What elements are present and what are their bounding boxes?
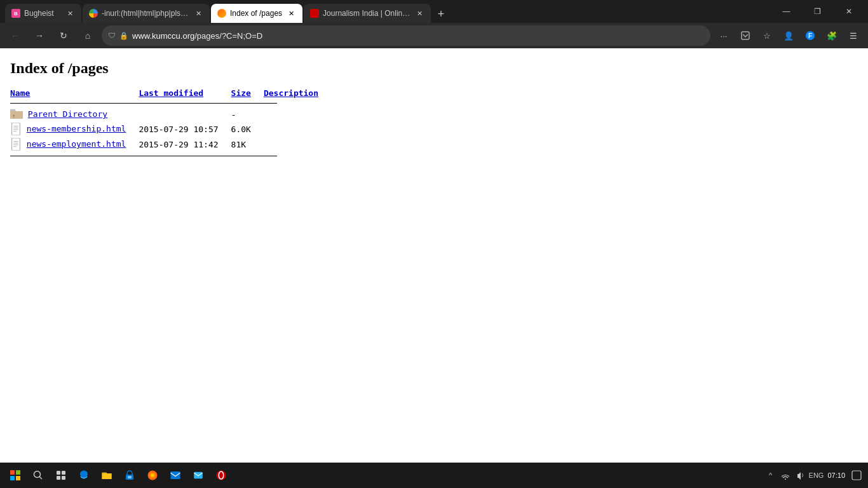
page-title: Index of /pages xyxy=(10,60,858,77)
more-button[interactable]: ··· xyxy=(714,26,733,45)
address-domain: www.kumccu.org xyxy=(132,31,194,41)
svg-line-17 xyxy=(39,477,42,479)
svg-rect-23 xyxy=(128,476,132,478)
language-text: ENG xyxy=(809,471,824,479)
parent-dir-modified xyxy=(139,107,231,121)
tab-title-google: -inurl:(html|html|php|pls|txt) in... xyxy=(102,9,189,18)
parent-dir-cell: ↑ Parent Directory xyxy=(10,107,139,121)
sort-desc-link[interactable]: Description xyxy=(264,88,318,98)
col-header-name: Name xyxy=(10,87,139,99)
system-tray: ^ ENG xyxy=(764,469,822,482)
header-hr xyxy=(10,103,277,104)
extensions-icon[interactable]: 🧩 xyxy=(822,26,841,45)
file2-modified: 2015-07-29 11:42 xyxy=(139,137,231,152)
time-display: 07:10 xyxy=(827,471,845,480)
notification-icon[interactable] xyxy=(850,469,863,482)
document-icon xyxy=(10,123,22,135)
shield-icon: 🛡 xyxy=(108,31,116,40)
page-content: Index of /pages Name Last modified Size … xyxy=(0,48,868,463)
parent-directory-link[interactable]: Parent Directory xyxy=(28,109,107,119)
taskbar-outlook[interactable] xyxy=(165,465,186,485)
journalism-favicon xyxy=(310,9,319,18)
tab-bugheist[interactable]: B Bugheist ✕ xyxy=(5,4,81,23)
table-row: news-membership.html 2015-07-29 10:57 6.… xyxy=(10,121,331,137)
tab-close-bugheist[interactable]: ✕ xyxy=(65,8,75,18)
new-tab-button[interactable]: + xyxy=(432,5,450,23)
tab-title-bugheist: Bugheist xyxy=(24,9,61,18)
user-account-icon[interactable]: 👤 xyxy=(779,26,798,45)
tab-title-index: Index of /pages xyxy=(230,9,282,18)
document-icon xyxy=(10,138,22,151)
svg-rect-27 xyxy=(171,471,180,479)
tab-close-google[interactable]: ✕ xyxy=(193,8,203,18)
address-bar[interactable]: 🛡 🔒 www.kumccu.org/pages/?C=N;O=D xyxy=(102,25,710,46)
volume-icon[interactable] xyxy=(794,469,807,482)
tab-google[interactable]: -inurl:(html|html|php|pls|txt) in... ✕ xyxy=(83,4,210,23)
network-icon[interactable] xyxy=(779,469,792,482)
svg-rect-21 xyxy=(62,476,65,480)
svg-rect-32 xyxy=(852,471,861,480)
back-button[interactable]: ← xyxy=(5,25,25,46)
tabs-container: B Bugheist ✕ -inurl:(html|html|php|pls|t… xyxy=(5,0,767,23)
language-indicator[interactable]: ENG xyxy=(810,469,822,482)
minimize-button[interactable]: — xyxy=(772,0,801,23)
sort-name-link[interactable]: Name xyxy=(10,88,30,98)
svg-rect-11 xyxy=(12,138,20,151)
taskbar-firefox[interactable] xyxy=(142,465,163,485)
taskbar: ^ ENG xyxy=(0,463,868,488)
tab-close-index[interactable]: ✕ xyxy=(286,8,296,18)
table-row: news-employment.html 2015-07-29 11:42 81… xyxy=(10,137,331,152)
parent-dir-desc xyxy=(264,107,331,121)
sort-size-link[interactable]: Size xyxy=(231,88,251,98)
tab-close-journalism[interactable]: ✕ xyxy=(414,8,424,18)
file1-link[interactable]: news-membership.html xyxy=(27,124,126,133)
taskbar-search[interactable] xyxy=(28,465,48,485)
reload-button[interactable]: ↻ xyxy=(53,25,74,46)
svg-text:↑: ↑ xyxy=(12,112,15,119)
close-button[interactable]: ✕ xyxy=(834,0,863,23)
svg-text:F: F xyxy=(808,32,812,39)
tab-index[interactable]: Index of /pages ✕ xyxy=(211,4,302,23)
pocket-icon[interactable] xyxy=(736,26,755,45)
tab-journalism[interactable]: Journalism India | Online Journ... ✕ xyxy=(304,4,431,23)
footer-hr xyxy=(10,156,277,156)
table-row: ↑ Parent Directory - xyxy=(10,107,331,121)
forward-button[interactable]: → xyxy=(29,25,50,46)
hamburger-menu[interactable]: ☰ xyxy=(844,26,863,45)
address-path: /pages/?C=N;O=D xyxy=(194,31,262,41)
taskbar-mail[interactable] xyxy=(188,465,208,485)
firefox-favicon xyxy=(217,9,226,18)
nav-right-icons: ··· ☆ 👤 F 🧩 ☰ xyxy=(714,26,863,45)
taskbar-task-view[interactable] xyxy=(51,465,71,485)
taskbar-store[interactable] xyxy=(119,465,140,485)
bugheist-favicon: B xyxy=(11,9,20,18)
file1-name-cell: news-membership.html xyxy=(10,121,139,137)
tray-expand[interactable]: ^ xyxy=(764,469,776,482)
address-text: www.kumccu.org/pages/?C=N;O=D xyxy=(132,31,704,41)
svg-rect-0 xyxy=(742,32,749,39)
svg-rect-19 xyxy=(62,471,65,475)
browser-window: B Bugheist ✕ -inurl:(html|html|php|pls|t… xyxy=(0,0,868,488)
home-button[interactable]: ⌂ xyxy=(78,25,98,46)
file1-modified: 2015-07-29 10:57 xyxy=(139,121,231,137)
maximize-button[interactable]: ❐ xyxy=(803,0,832,23)
clock[interactable]: 07:10 xyxy=(827,471,845,480)
footer-separator-row xyxy=(10,152,331,160)
file2-link[interactable]: news-employment.html xyxy=(27,139,126,149)
svg-point-31 xyxy=(785,478,786,480)
svg-rect-6 xyxy=(12,123,20,135)
folder-up-icon: ↑ xyxy=(10,109,23,120)
bookmark-icon[interactable]: ☆ xyxy=(757,26,776,45)
google-favicon xyxy=(89,9,98,18)
taskbar-file-explorer[interactable] xyxy=(97,465,117,485)
firefox-sync-icon[interactable]: F xyxy=(801,26,820,45)
svg-rect-18 xyxy=(57,471,60,475)
taskbar-opera[interactable] xyxy=(211,465,231,485)
taskbar-edge[interactable] xyxy=(74,465,94,485)
directory-table: Name Last modified Size Description xyxy=(10,87,331,160)
file2-size: 81K xyxy=(231,137,264,152)
col-header-description: Description xyxy=(264,87,331,99)
start-button[interactable] xyxy=(5,465,25,485)
sort-modified-link[interactable]: Last modified xyxy=(139,88,203,98)
file2-name-cell: news-employment.html xyxy=(10,137,139,152)
